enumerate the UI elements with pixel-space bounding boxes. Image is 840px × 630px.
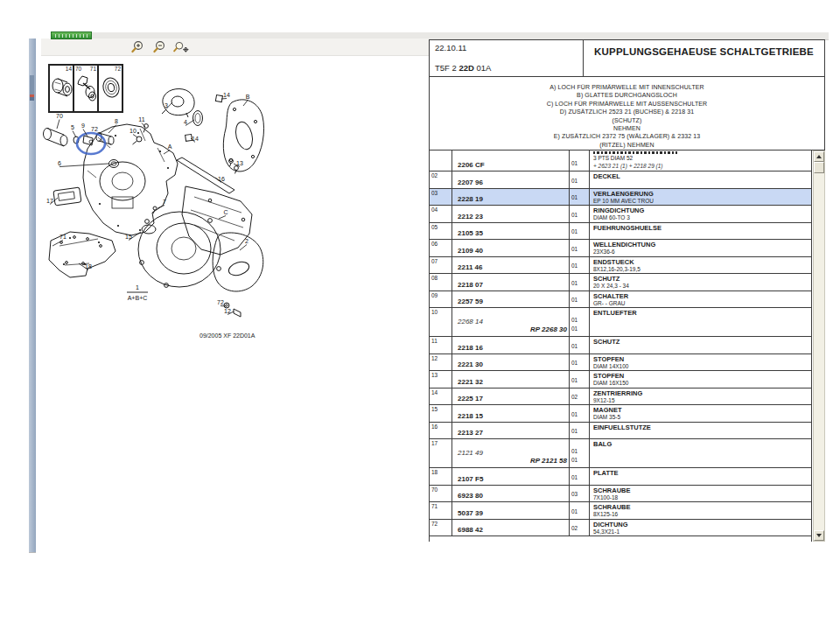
arrow-down-icon [816,534,822,537]
quantity-cell: 02 [570,388,590,405]
diagram-callout-7[interactable]: 7 [163,199,166,205]
table-row-70[interactable]: 706923 8003SCHRAUBE7X100-18 [430,486,811,503]
callout-leader-line [52,241,63,247]
diagram-callout-4[interactable]: 4 [184,119,187,125]
figure-reference: T5F 2 22D 01A [435,63,578,73]
part-name: SCHALTER [593,292,811,300]
table-row-10[interactable]: 102268 14RP 2268 300101ENTLUEFTER [430,308,811,337]
part-detail: GR- - GRAU [593,300,811,308]
quantity-cell: 01 [570,172,590,188]
quantity: 01 [571,342,589,351]
part-number: 2218 15 [458,412,567,420]
note-line: C) LOCH FÜR PRIMÄRWELLE MIT AUSSENSCHULT… [430,100,824,108]
diagram-callout-18[interactable]: 18 [85,263,92,270]
part-detail: 9X12-15 [593,397,811,405]
quantity: 02 [571,393,589,402]
table-row-02[interactable]: 022207 9601DECKEL [430,172,811,189]
diagram-callout-14[interactable]: 14 [223,92,230,98]
table-row-71[interactable]: 715037 3901SCHRAUBE8X125-16 [430,502,811,520]
table-row-16[interactable]: 162213 2701EINFUELLSTUTZE [430,423,811,440]
part-number-cell: 2207 96 [452,172,570,188]
diagram-callout-6[interactable]: 6 [58,160,61,166]
vertical-scrollbar[interactable] [813,150,825,542]
table-row-05[interactable]: 052105 3501FUEHRUNGSHUELSE [430,223,811,241]
diagram-callout-A[interactable]: A [168,144,172,150]
quantity-cell: 01 [570,468,590,485]
diagram-callout-14[interactable]: 14 [192,136,199,142]
diagram-callout-10[interactable]: 10 [130,128,136,134]
row-number: 17 [430,439,452,467]
diagram-callout-71[interactable]: 71 [60,234,66,240]
diagram-callout-72[interactable]: 72 [91,126,98,132]
part-name: SCHUTZ [593,275,811,283]
scroll-down-button[interactable] [814,530,824,541]
part-number-cell: 2257 59 [452,291,570,308]
diagram-callout-15[interactable]: 15 [125,234,132,240]
diagram-callout-C[interactable]: C [223,209,228,215]
table-row-03[interactable]: 032228 1901VERLAENGERUNGEP 10 MM AVEC TR… [430,189,811,206]
row-number: 70 [430,486,452,502]
zoom-in-button[interactable] [129,39,147,54]
pan-button[interactable] [172,39,191,54]
scroll-up-button[interactable] [814,151,824,162]
page-title: KUPPLUNGSGEHAEUSE SCHALTGETRIEBE [594,46,814,76]
scrollbar-thumb[interactable] [814,162,824,173]
zoom-out-button[interactable] [150,39,169,54]
callout-leader-line [133,135,137,138]
inset-label-71: 71 [90,66,96,72]
table-row-07[interactable]: 072211 4601ENDSTUECK8X12,16-20,3-19,5 [430,257,811,275]
row-number: 71 [430,502,452,519]
diagram-callout-2[interactable]: 2 [245,238,248,244]
table-row-11[interactable]: 112218 1601SCHUTZ [430,337,811,354]
diagram-callout-3[interactable]: 3 [164,102,168,108]
description-cell: PLATTE [590,468,811,485]
callout-leader-line [221,99,227,100]
header-right-cell: KUPPLUNGSGEHAEUSE SCHALTGETRIEBE [584,40,824,76]
description-cell: RINGDICHTUNGDIAM 60-TO 3 [590,206,811,222]
diagram-callout-12[interactable]: 12 [224,308,231,314]
diagram-callout-70[interactable]: 70 [56,113,63,119]
diagram-callout-8[interactable]: 8 [115,118,118,124]
part-number: 2213 27 [458,429,567,437]
quantity: 01 [571,159,589,168]
diagram-callout-5[interactable]: 5 [71,124,74,130]
table-row-04[interactable]: 042212 2301RINGDICHTUNGDIAM 60-TO 3 [430,206,811,223]
part-number-cell: 2218 16 [452,337,570,354]
part-number: 2105 35 [458,229,567,237]
part-name: SCHRAUBE [593,486,811,494]
quantity-cell: 01 [570,291,590,308]
diagram-callout-16[interactable]: 16 [218,176,225,182]
splitter-grip-icon[interactable] [30,75,34,94]
part-name: STOPFEN [593,372,811,380]
quantity-cell: 01 [570,150,590,171]
diagram-callout-11[interactable]: 11 [138,116,144,122]
table-row-15[interactable]: 152218 1501MAGNETDIAM 35-5 [430,405,811,423]
quantity: 01 [571,359,589,368]
table-row-01[interactable]: 2206 CF013 PTS DIAM 52+ 2623 21 (1) + 22… [430,150,811,172]
diagram-callout-B[interactable]: B [246,94,250,100]
clipped-description-sliver [593,151,677,154]
diagram-callout-72[interactable]: 72 [217,299,224,305]
diagram-callout-13[interactable]: 13 [236,160,243,166]
description-cell: SCHALTERGR- - GRAU [590,291,811,308]
description-cell: 3 PTS DIAM 52+ 2623 21 (1) + 2218 29 (1) [590,150,811,171]
table-row-17[interactable]: 172121 49RP 2121 580101BALG [430,439,811,468]
part-number: 2221 32 [458,378,567,386]
table-row-06[interactable]: 062109 4001WELLENDICHTUNG23X36-6 [430,240,811,257]
part-name: BALG [593,440,811,448]
part-detail: DIAM 60-TO 3 [593,214,811,222]
table-row-13[interactable]: 132221 3201STOPFENDIAM 16X150 [430,371,811,388]
part-name: SCHUTZ [593,338,811,346]
table-row-08[interactable]: 082218 0701SCHUTZ20 X 24,3 - 34 [430,274,811,291]
table-row-09[interactable]: 092257 5901SCHALTERGR- - GRAU [430,291,811,309]
diagram-callout-9[interactable]: 9 [81,122,85,129]
part-number-cell: 2218 15 [452,405,570,422]
table-row-72[interactable]: 726988 4202DICHTUNG54,3X21-1 [430,520,811,537]
table-row-12[interactable]: 122221 3001STOPFENDIAM 14X100 [430,354,811,372]
replacement-quantity: 01 [571,456,589,465]
table-row-18[interactable]: 182107 F501PLATTE [430,468,811,486]
green-tab-button[interactable] [51,32,92,39]
diagram-callout-17[interactable]: 17 [46,198,53,204]
table-row-14[interactable]: 142225 1702ZENTRIERRING9X12-15 [430,388,811,406]
part-number-cell: 2212 23 [452,206,570,222]
